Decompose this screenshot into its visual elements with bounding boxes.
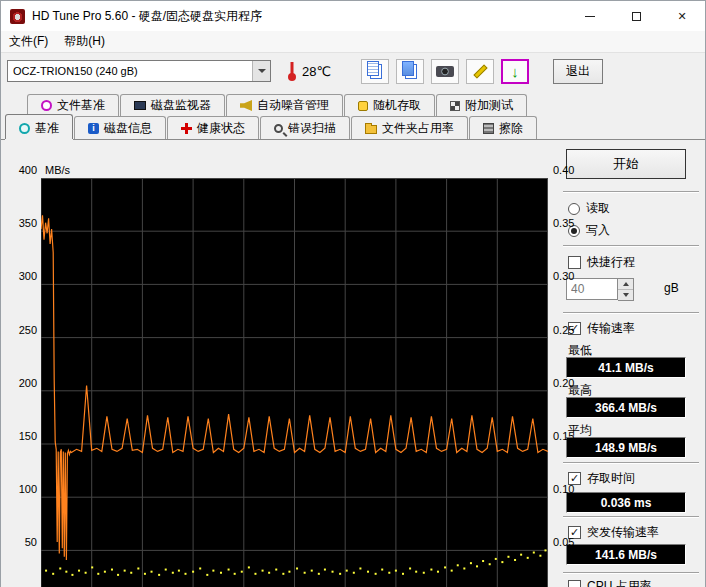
axis-tick-label: 50 (9, 536, 37, 549)
tab-health[interactable]: 健康状态 (167, 116, 259, 139)
axis-tick-label: 400 (9, 164, 37, 177)
tab-row-primary: 基准 磁盘信息 健康状态 错误扫描 文件夹占用率 擦除 (1, 116, 705, 139)
tab-disk-monitor[interactable]: 磁盘监视器 (120, 94, 225, 116)
tab-label: 文件夹占用率 (382, 120, 454, 137)
exit-button[interactable]: 退出 (553, 59, 603, 84)
maximize-icon (632, 12, 641, 21)
extra-tests-icon (450, 101, 460, 111)
axis-tick-label: 0.15 (553, 430, 585, 443)
download-arrow-icon: ↓ (511, 64, 519, 79)
window-title: HD Tune Pro 5.60 - 硬盘/固态硬盘实用程序 (32, 8, 262, 25)
camera-icon (436, 64, 454, 78)
close-button[interactable]: ✕ (659, 1, 705, 31)
divider (563, 572, 699, 574)
checkbox-unchecked-icon (568, 256, 581, 269)
temperature-value: 28℃ (302, 64, 331, 79)
random-access-icon (358, 101, 368, 111)
min-value: 41.1 MB/s (566, 357, 686, 378)
minimize-button[interactable] (567, 1, 613, 31)
marker-button[interactable] (466, 59, 494, 84)
axis-tick-label: 200 (9, 377, 37, 390)
divider (563, 462, 699, 464)
divider (563, 191, 699, 193)
axis-tick-label: 0.20 (553, 377, 585, 390)
disk-monitor-icon (134, 101, 146, 110)
divider (563, 516, 699, 518)
tab-file-benchmark[interactable]: 文件基准 (27, 94, 119, 116)
toolbar-buttons: ↓ (361, 59, 529, 84)
drive-select-dropdown-button[interactable] (252, 61, 270, 81)
tab-label: 健康状态 (197, 120, 245, 137)
radio-unselected-icon (568, 203, 580, 215)
axis-tick-label: 0.25 (553, 324, 585, 337)
axis-tick-label: 300 (9, 270, 37, 283)
arrow-up-icon (623, 282, 629, 286)
axis-tick-label: 0.35 (553, 217, 585, 230)
tab-error-scan[interactable]: 错误扫描 (260, 116, 350, 139)
drive-select-value: OCZ-TRION150 (240 gB) (8, 65, 252, 77)
write-label: 写入 (586, 222, 610, 239)
marker-icon (473, 64, 487, 78)
app-icon (10, 9, 25, 24)
tab-label: 基准 (35, 120, 59, 137)
divider (563, 245, 699, 247)
minimize-icon (585, 16, 595, 17)
benchmark-icon (19, 123, 30, 134)
short-stroke-checkbox[interactable]: 快捷行程 (568, 254, 635, 271)
tab-label: 磁盘监视器 (151, 97, 211, 114)
tab-label: 文件基准 (57, 97, 105, 114)
export-button[interactable]: ↓ (501, 59, 529, 84)
max-value: 366.4 MB/s (566, 397, 686, 418)
stepper-down-button[interactable] (618, 290, 633, 300)
tab-extra-tests[interactable]: 附加测试 (436, 94, 527, 116)
divider (563, 312, 699, 314)
axis-tick-label: 100 (9, 483, 37, 496)
maximize-button[interactable] (613, 1, 659, 31)
tab-folder-usage[interactable]: 文件夹占用率 (351, 116, 468, 139)
drive-select[interactable]: OCZ-TRION150 (240 gB) (7, 60, 271, 82)
screenshot-button[interactable] (431, 59, 459, 84)
tab-random-access[interactable]: 随机存取 (344, 94, 435, 116)
magnifier-icon (274, 124, 283, 133)
cpu-usage-checkbox[interactable]: CPU 占用率 (568, 578, 652, 587)
burst-rate-label: 突发传输速率 (587, 524, 659, 541)
read-radio[interactable]: 读取 (568, 200, 610, 217)
axis-tick-label: 350 (9, 217, 37, 230)
speaker-icon (240, 100, 252, 111)
copy-image-button[interactable] (396, 59, 424, 84)
tab-label: 磁盘信息 (104, 120, 152, 137)
tab-label: 附加测试 (465, 97, 513, 114)
info-icon (88, 123, 99, 134)
folder-icon (365, 125, 377, 134)
tab-aam[interactable]: 自动噪音管理 (226, 94, 343, 116)
close-icon: ✕ (677, 10, 686, 23)
menu-file[interactable]: 文件(F) (1, 31, 56, 52)
tab-label: 擦除 (499, 120, 523, 137)
erase-icon (483, 123, 494, 134)
axis-tick-label: 0.30 (553, 270, 585, 283)
chevron-down-icon (258, 69, 266, 73)
axis-tick-label: 250 (9, 324, 37, 337)
short-stroke-unit-label: gB (664, 281, 679, 295)
tab-label: 自动噪音管理 (257, 97, 329, 114)
titlebar: HD Tune Pro 5.60 - 硬盘/固态硬盘实用程序 ✕ (1, 1, 705, 31)
app-window: HD Tune Pro 5.60 - 硬盘/固态硬盘实用程序 ✕ 文件(F) 帮… (0, 0, 706, 587)
cpu-usage-label: CPU 占用率 (587, 578, 652, 587)
tab-benchmark[interactable]: 基准 (5, 114, 73, 139)
tab-erase[interactable]: 擦除 (469, 116, 537, 139)
left-axis-unit-label: MB/s (45, 164, 70, 177)
axis-tick-label: 0.40 (553, 164, 585, 177)
benchmark-chart (41, 178, 548, 587)
axis-tick-label: 150 (9, 430, 37, 443)
axis-tick-label: 0.10 (553, 483, 585, 496)
menu-help[interactable]: 帮助(H) (56, 31, 113, 52)
copy-text-icon (367, 61, 379, 76)
tab-row-secondary: 文件基准 磁盘监视器 自动噪音管理 随机存取 附加测试 (1, 94, 705, 116)
checkbox-unchecked-icon (568, 580, 581, 587)
copy-text-button[interactable] (361, 59, 389, 84)
window-controls: ✕ (567, 1, 705, 31)
stepper-up-button[interactable] (618, 279, 633, 290)
access-time-label: 存取时间 (587, 470, 635, 487)
transfer-rate-label: 传输速率 (587, 320, 635, 337)
tab-disk-info[interactable]: 磁盘信息 (74, 116, 166, 139)
